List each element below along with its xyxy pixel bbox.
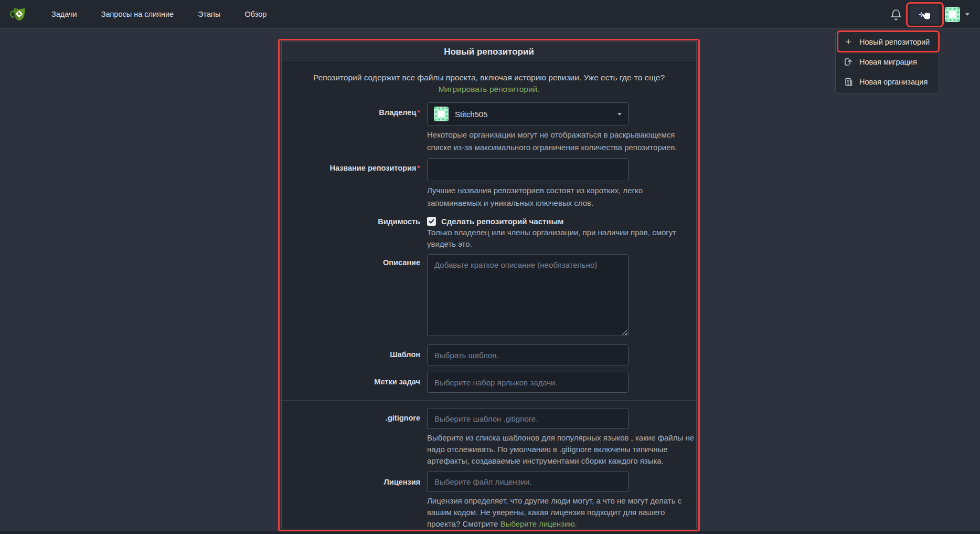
license-select[interactable] — [427, 471, 629, 492]
migrate-repository-link[interactable]: Мигрировать репозиторий. — [438, 85, 539, 93]
issue-labels-label: Метки задач — [282, 372, 420, 393]
gitea-logo-icon[interactable] — [9, 6, 27, 23]
menu-item-new-migration[interactable]: Новая миграция — [836, 52, 939, 72]
menu-item-new-repository[interactable]: + Новый репозиторий — [836, 32, 939, 52]
gitignore-select[interactable] — [427, 408, 629, 429]
chevron-down-icon — [617, 113, 622, 116]
template-row: Шаблон — [282, 344, 696, 365]
user-avatar[interactable] — [945, 7, 960, 22]
gitignore-label: .gitignore — [282, 408, 420, 467]
migrate-icon — [844, 58, 853, 66]
issue-labels-select[interactable] — [427, 372, 629, 393]
plus-icon: + — [844, 38, 853, 46]
owner-value: Stitch505 — [455, 110, 617, 119]
description-label: Описание — [282, 254, 420, 336]
gitignore-row: .gitignore Выберите из списка шаблонов д… — [282, 408, 696, 467]
private-checkbox[interactable] — [427, 217, 436, 226]
section-divider — [282, 400, 696, 401]
owner-label: Владелец* — [282, 102, 420, 154]
template-select[interactable] — [427, 344, 629, 365]
create-new-button[interactable]: + — [910, 5, 939, 24]
nav-link-issues[interactable]: Задачи — [51, 10, 77, 18]
required-mark: * — [417, 108, 420, 117]
intro-text: Репозиторий содержит все файлы проекта, … — [313, 73, 665, 82]
avatar-chevron-down-icon[interactable] — [965, 13, 970, 16]
owner-select[interactable]: Stitch505 — [427, 102, 629, 125]
nav-link-milestones[interactable]: Этапы — [198, 10, 220, 18]
repo-name-input[interactable] — [427, 158, 629, 181]
owner-avatar — [434, 107, 449, 121]
license-help: Лицензия определяет, что другие люди мог… — [427, 495, 696, 529]
nav-link-explore[interactable]: Обзор — [244, 10, 267, 18]
visibility-label: Видимость — [282, 214, 420, 250]
menu-item-label: Новый репозиторий — [859, 38, 930, 46]
description-row: Описание — [282, 254, 696, 336]
page-title: Новый репозиторий — [444, 47, 534, 57]
form-intro: Репозиторий содержит все файлы проекта, … — [302, 72, 676, 95]
chevron-down-icon — [927, 13, 931, 16]
notifications-bell-icon[interactable] — [891, 9, 901, 20]
organization-icon — [844, 78, 853, 86]
license-row: Лицензия Лицензия определяет, что другие… — [282, 471, 696, 529]
repo-name-row: Название репозитория* Лучшие названия ре… — [282, 158, 696, 210]
issue-labels-row: Метки задач — [282, 372, 696, 393]
owner-row: Владелец* — [282, 102, 696, 154]
owner-help: Некоторые организации могут не отображат… — [427, 129, 696, 154]
visibility-row: Видимость Сделать репозиторий частным То… — [282, 214, 696, 250]
footer-strip — [0, 531, 980, 534]
form-header: Новый репозиторий — [282, 41, 696, 62]
description-textarea[interactable] — [427, 254, 629, 336]
repo-name-label: Название репозитория* — [282, 158, 420, 210]
menu-item-new-organization[interactable]: Новая организация — [836, 72, 939, 92]
new-repository-form: Новый репозиторий Репозиторий содержит в… — [281, 41, 697, 529]
private-checkbox-label[interactable]: Сделать репозиторий частным — [441, 217, 563, 226]
plus-icon: + — [918, 9, 924, 19]
required-mark: * — [417, 164, 420, 172]
license-label: Лицензия — [282, 471, 420, 529]
visibility-help: Только владелец или члены организации, п… — [427, 227, 696, 250]
menu-item-label: Новая организация — [859, 78, 928, 86]
nav-link-pull-requests[interactable]: Запросы на слияние — [101, 10, 174, 18]
navbar: Задачи Запросы на слияние Этапы Обзор + — [0, 0, 980, 29]
repo-name-help: Лучшие названия репозиториев состоят из … — [427, 184, 696, 210]
choose-license-link[interactable]: Выберите лицензию. — [500, 519, 577, 528]
create-new-dropdown-menu: + Новый репозиторий Новая миграция Новая — [835, 30, 939, 93]
menu-item-label: Новая миграция — [859, 58, 917, 66]
template-label: Шаблон — [282, 344, 420, 365]
gitignore-help: Выберите из списка шаблонов для популярн… — [427, 432, 696, 467]
